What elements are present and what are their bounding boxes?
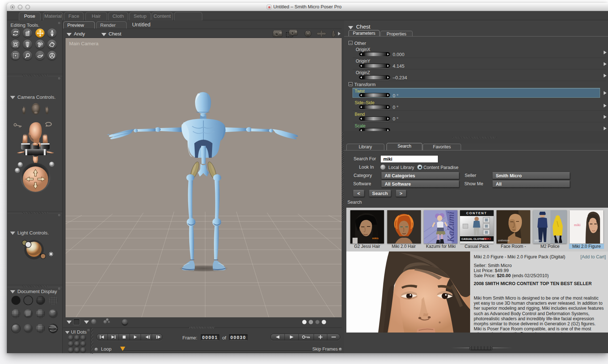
svg-text:MIKI: MIKI <box>484 237 491 241</box>
svg-text:smith: smith <box>535 239 541 242</box>
svg-text:CONTENT: CONTENT <box>466 211 487 215</box>
svg-text:KaZumi: KaZumi <box>446 212 456 242</box>
svg-text:mikis: mikis <box>372 237 379 240</box>
svg-text:CASUAL CLOTHES: CASUAL CLOTHES <box>461 237 486 241</box>
svg-text:miki: miki <box>574 223 580 227</box>
svg-text:smithmicro: smithmicro <box>498 239 510 242</box>
